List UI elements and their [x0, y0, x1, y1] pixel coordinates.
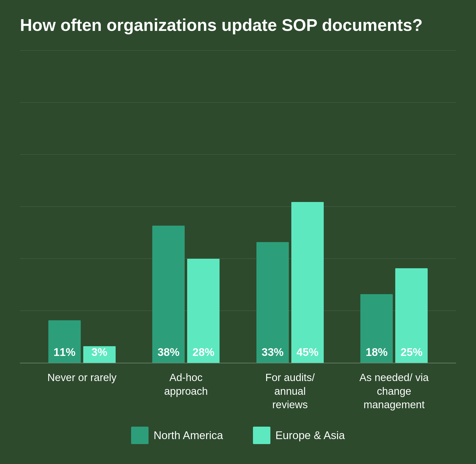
bars-wrapper: 11%3%38%28%33%45%18%25%	[20, 50, 456, 363]
x-axis: Never or rarelyAd-hoc approachFor audits…	[20, 363, 456, 412]
grid-and-bars: 11%3%38%28%33%45%18%25%	[20, 50, 456, 364]
x-axis-label: As needed/ viachange management	[359, 371, 429, 412]
bar-north-america: 33%	[256, 242, 289, 363]
bar-europe-asia: 45%	[291, 202, 324, 363]
chart-container: How often organizations update SOP docum…	[0, 0, 476, 464]
chart-area: 11%3%38%28%33%45%18%25% Never or rarelyA…	[20, 50, 456, 449]
chart-title: How often organizations update SOP docum…	[20, 15, 456, 35]
bar-group: 11%3%	[48, 320, 116, 363]
bar-north-america: 18%	[360, 294, 393, 363]
bar-value-north-america: 18%	[366, 346, 388, 363]
bar-north-america: 11%	[48, 320, 81, 363]
bar-value-europe-asia: 45%	[297, 346, 318, 363]
bar-europe-asia: 28%	[187, 259, 220, 363]
north-america-label: North America	[154, 429, 223, 442]
north-america-swatch	[131, 427, 149, 444]
x-axis-label: Never or rarely	[47, 371, 117, 412]
legend-item-europe-asia: Europe & Asia	[253, 427, 345, 444]
bar-value-europe-asia: 28%	[192, 346, 214, 363]
bar-value-europe-asia: 25%	[400, 346, 422, 363]
legend: North America Europe & Asia	[20, 427, 456, 449]
bar-europe-asia: 25%	[395, 268, 428, 363]
bar-value-north-america: 11%	[54, 346, 76, 363]
x-axis-label: For audits/annual reviews	[255, 371, 325, 412]
bar-group: 18%25%	[360, 268, 428, 363]
europe-asia-label: Europe & Asia	[275, 429, 345, 442]
bar-value-europe-asia: 3%	[91, 346, 107, 363]
bar-group: 38%28%	[152, 226, 220, 363]
bar-europe-asia: 3%	[83, 346, 116, 363]
bar-value-north-america: 38%	[158, 346, 179, 363]
legend-item-north-america: North America	[131, 427, 223, 444]
europe-asia-swatch	[253, 427, 270, 444]
x-axis-label: Ad-hoc approach	[151, 371, 221, 412]
bar-value-north-america: 33%	[262, 346, 284, 363]
bar-north-america: 38%	[152, 226, 185, 363]
bar-group: 33%45%	[256, 202, 324, 363]
